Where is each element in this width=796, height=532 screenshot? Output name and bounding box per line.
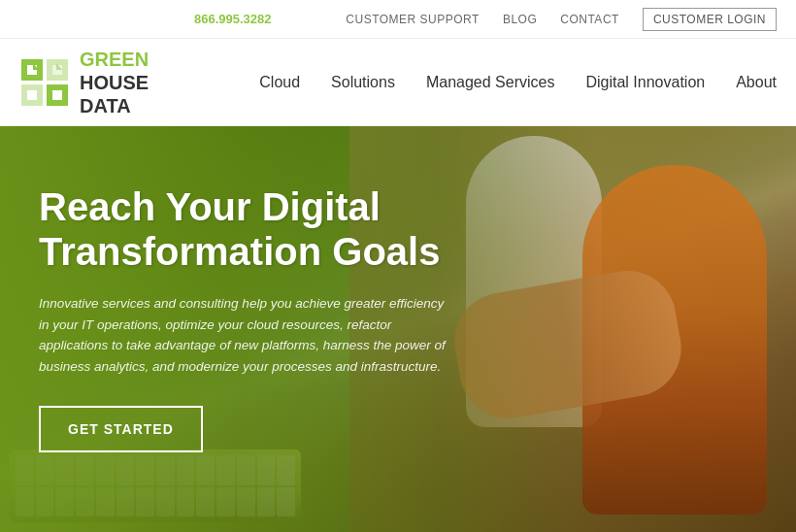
nav-solutions[interactable]: Solutions (331, 74, 395, 90)
get-started-button[interactable]: GET STARTED (39, 406, 203, 452)
phone-number: 866.995.3282 (194, 12, 272, 26)
svg-rect-5 (27, 90, 37, 100)
customer-support-link[interactable]: CUSTOMER SUPPORT (346, 13, 480, 26)
utility-bar: 866.995.3282 CUSTOMER SUPPORT BLOG CONTA… (0, 0, 796, 39)
hero-content: Reach Your Digital Transformation Goals … (0, 126, 485, 491)
nav-links: Cloud Solutions Managed Services Digital… (259, 74, 777, 91)
hero-description: Innovative services and consulting help … (39, 293, 447, 377)
customer-login-link[interactable]: CUSTOMER LOGIN (643, 8, 777, 31)
logo[interactable]: GREEN HOUSE DATA (19, 48, 149, 117)
nav-cloud[interactable]: Cloud (259, 74, 300, 90)
logo-icon (19, 57, 70, 108)
logo-text: GREEN HOUSE DATA (80, 48, 149, 117)
hero-section: Reach Your Digital Transformation Goals … (0, 126, 796, 532)
main-nav: GREEN HOUSE DATA Cloud Solutions Managed… (0, 39, 796, 126)
nav-managed-services[interactable]: Managed Services (426, 74, 555, 90)
nav-digital-innovation[interactable]: Digital Innovation (585, 74, 705, 90)
contact-link[interactable]: CONTACT (560, 13, 619, 26)
hero-title: Reach Your Digital Transformation Goals (39, 184, 447, 274)
blog-link[interactable]: BLOG (503, 13, 537, 26)
svg-rect-7 (52, 90, 62, 100)
nav-about[interactable]: About (736, 74, 777, 90)
